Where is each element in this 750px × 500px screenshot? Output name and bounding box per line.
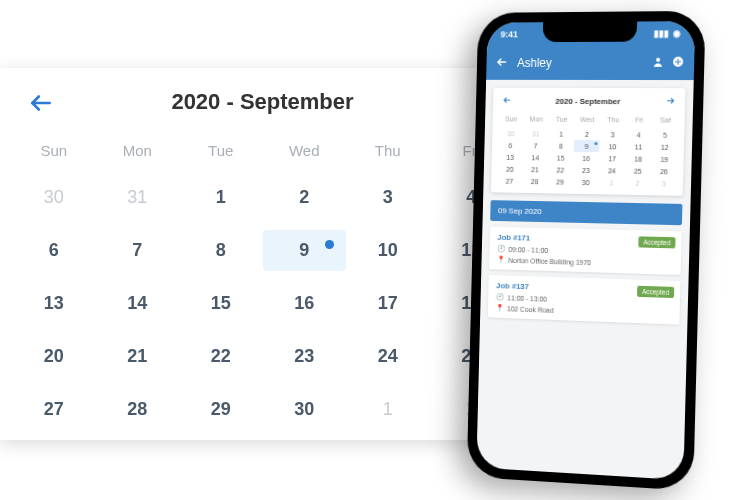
back-arrow-icon[interactable] — [28, 90, 54, 122]
mini-calendar-day[interactable]: 21 — [522, 163, 548, 175]
calendar-day[interactable]: 14 — [96, 283, 180, 324]
svg-point-2 — [656, 58, 660, 62]
mini-calendar-day[interactable]: 10 — [599, 140, 625, 152]
status-icons: ▮▮▮◉ — [650, 28, 681, 38]
calendar-day[interactable]: 13 — [12, 283, 96, 324]
mini-calendar-day[interactable]: 13 — [497, 151, 522, 163]
calendar-day[interactable]: 30 — [12, 177, 96, 218]
mini-calendar-day[interactable]: 8 — [548, 140, 574, 152]
calendar-day[interactable]: 16 — [263, 283, 347, 324]
mini-weekday-row: SunMonTueWedThuFriSat — [498, 112, 678, 125]
calendar-day[interactable]: 27 — [12, 389, 96, 430]
job-location: 📍Norton Office Building 1970 — [497, 256, 673, 269]
calendar-title: 2020 - September — [171, 89, 353, 115]
mini-calendar-day[interactable]: 29 — [547, 175, 573, 187]
mini-calendar-day[interactable]: 11 — [625, 140, 651, 152]
mini-calendar-day[interactable]: 9 — [574, 140, 600, 152]
weekday-label: Mon — [96, 136, 180, 165]
mini-calendar-day[interactable]: 22 — [547, 163, 573, 175]
status-badge: Accepted — [638, 236, 675, 248]
mini-calendar: 2020 - September SunMonTueWedThuFriSat 3… — [491, 88, 686, 196]
mini-calendar-day[interactable]: 3 — [650, 177, 677, 190]
mini-calendar-day[interactable]: 3 — [600, 128, 626, 140]
mini-calendar-day[interactable]: 31 — [523, 127, 549, 139]
app-bar: Ashley — [486, 45, 695, 80]
calendar-day[interactable]: 24 — [346, 336, 430, 377]
mini-calendar-day[interactable]: 25 — [625, 165, 651, 177]
mini-calendar-day[interactable]: 7 — [523, 139, 549, 151]
status-badge: Accepted — [637, 286, 674, 298]
mini-weekday-label: Mon — [523, 113, 549, 125]
calendar-day[interactable]: 28 — [96, 389, 180, 430]
calendar-day[interactable]: 22 — [179, 336, 263, 377]
weekday-label: Tue — [179, 136, 263, 165]
calendar-panel: 2020 - September SunMonTueWedThuFri 3031… — [0, 68, 525, 440]
calendar-day[interactable]: 23 — [263, 336, 347, 377]
calendar-day[interactable]: 30 — [263, 389, 347, 430]
mini-calendar-day[interactable]: 12 — [651, 141, 678, 153]
clock-icon: 🕘 — [496, 293, 505, 301]
mini-calendar-day[interactable]: 18 — [625, 152, 651, 164]
mini-weekday-label: Sun — [498, 112, 523, 124]
calendar-day[interactable]: 7 — [96, 230, 180, 271]
calendar-day[interactable]: 17 — [346, 283, 430, 324]
mini-prev-icon[interactable] — [503, 96, 512, 107]
mini-calendar-day[interactable]: 27 — [497, 175, 522, 187]
mini-calendar-title: 2020 - September — [555, 97, 620, 106]
appbar-title: Ashley — [517, 56, 644, 70]
calendar-day[interactable]: 29 — [179, 389, 263, 430]
mini-calendar-day[interactable]: 28 — [522, 175, 548, 187]
mini-calendar-day[interactable]: 24 — [599, 164, 625, 176]
mini-calendar-day[interactable]: 20 — [497, 163, 522, 175]
mini-next-icon[interactable] — [666, 96, 675, 107]
selected-date-bar: 09 Sep 2020 — [490, 200, 682, 225]
mini-calendar-day[interactable]: 17 — [599, 152, 625, 164]
mini-weekday-label: Fri — [626, 113, 652, 125]
mini-calendar-day[interactable]: 2 — [624, 177, 650, 190]
svg-rect-5 — [675, 61, 681, 62]
calendar-weekday-row: SunMonTueWedThuFri — [0, 136, 525, 177]
mini-calendar-day[interactable]: 16 — [573, 152, 599, 164]
calendar-day[interactable]: 21 — [96, 336, 180, 377]
mini-calendar-day[interactable]: 1 — [548, 128, 574, 140]
mini-calendar-day[interactable]: 15 — [548, 152, 574, 164]
weekday-label: Sun — [12, 136, 96, 165]
mini-calendar-day[interactable]: 30 — [498, 127, 523, 139]
calendar-day[interactable]: 1 — [179, 177, 263, 218]
mini-calendar-day[interactable]: 23 — [573, 164, 599, 176]
calendar-day[interactable]: 1 — [346, 389, 430, 430]
calendar-day[interactable]: 8 — [179, 230, 263, 271]
mini-weekday-label: Tue — [549, 113, 575, 125]
mini-calendar-day[interactable]: 4 — [626, 128, 652, 140]
mini-calendar-day[interactable]: 6 — [498, 139, 523, 151]
calendar-day[interactable]: 6 — [12, 230, 96, 271]
mini-calendar-day[interactable]: 14 — [522, 151, 548, 163]
clock-icon: 🕘 — [497, 245, 506, 253]
calendar-day[interactable]: 9 — [263, 230, 347, 271]
job-card[interactable]: Job #171🕘09:00 - 11:00📍Norton Office Bui… — [489, 227, 682, 275]
pin-icon: 📍 — [497, 256, 506, 264]
job-card[interactable]: Job #137🕘11:00 - 13:00📍102 Cook RoadAcce… — [488, 275, 681, 325]
mini-weekday-label: Sat — [652, 113, 679, 125]
calendar-day[interactable]: 10 — [346, 230, 430, 271]
calendar-day[interactable]: 20 — [12, 336, 96, 377]
calendar-day[interactable]: 31 — [96, 177, 180, 218]
phone-mockup: 9:41 ▮▮▮◉ Ashley 2020 - September — [467, 11, 706, 491]
calendar-day[interactable]: 3 — [346, 177, 430, 218]
pin-icon: 📍 — [495, 304, 504, 312]
mini-calendar-day[interactable]: 26 — [651, 165, 678, 178]
weekday-label: Wed — [263, 136, 347, 165]
status-time: 9:41 — [500, 29, 517, 39]
calendar-day[interactable]: 15 — [179, 283, 263, 324]
mini-calendar-day[interactable]: 2 — [574, 128, 600, 140]
mini-calendar-day[interactable]: 5 — [652, 129, 679, 141]
mini-calendar-day[interactable]: 30 — [573, 176, 599, 188]
mini-weekday-label: Wed — [574, 113, 600, 125]
mini-calendar-day[interactable]: 19 — [651, 153, 678, 165]
mini-calendar-day[interactable]: 1 — [598, 176, 624, 188]
add-icon[interactable] — [672, 56, 684, 70]
calendar-day[interactable]: 2 — [263, 177, 347, 218]
user-icon[interactable] — [652, 56, 664, 70]
appbar-back-icon[interactable] — [496, 55, 508, 71]
phone-notch — [543, 22, 638, 43]
